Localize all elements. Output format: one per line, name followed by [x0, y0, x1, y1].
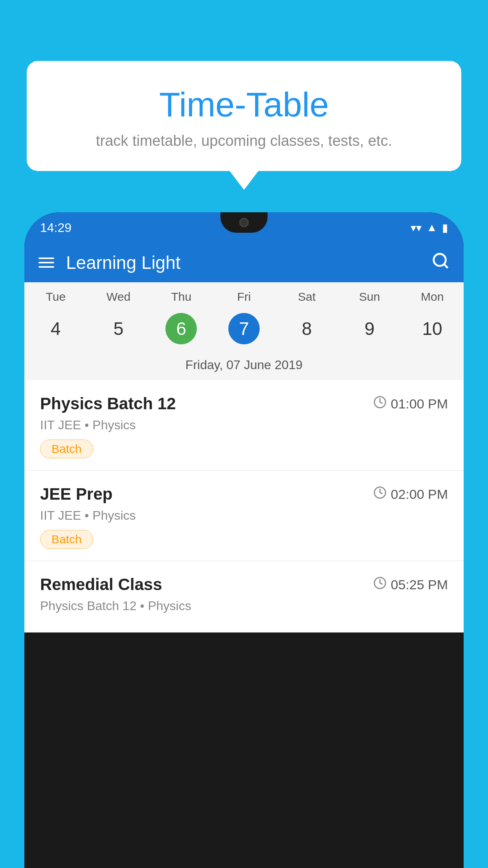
- schedule-item-1[interactable]: Physics Batch 12 01:00 PM IIT JEE • Phys…: [24, 380, 464, 471]
- app-title: Learning Light: [66, 252, 420, 273]
- date-7[interactable]: 7: [213, 310, 275, 348]
- schedule-item-3[interactable]: Remedial Class 05:25 PM Physics Batch 12…: [24, 561, 464, 633]
- day-mon: Mon: [401, 290, 464, 303]
- search-button[interactable]: [431, 252, 449, 274]
- wifi-icon: ▾▾: [411, 221, 422, 234]
- schedule-item-2-title: JEE Prep: [40, 485, 112, 504]
- clock-icon-1: [373, 395, 387, 412]
- day-sun: Sun: [338, 290, 401, 303]
- schedule-item-2-time: 02:00 PM: [373, 486, 448, 502]
- date-8[interactable]: 8: [275, 310, 338, 348]
- date-4[interactable]: 4: [24, 310, 87, 348]
- clock-icon-3: [373, 576, 387, 593]
- schedule-item-1-title: Physics Batch 12: [40, 394, 176, 413]
- day-wed: Wed: [87, 290, 150, 303]
- hamburger-menu-button[interactable]: [39, 257, 54, 268]
- schedule-item-2-badge: Batch: [40, 530, 93, 549]
- schedule-item-1-sub: IIT JEE • Physics: [40, 418, 448, 432]
- schedule-item-3-header: Remedial Class 05:25 PM: [40, 575, 448, 594]
- date-10[interactable]: 10: [401, 310, 464, 348]
- phone-frame: 14:29 ▾▾ ▲ ▮ Learning Light Tue Wed: [24, 212, 464, 868]
- day-thu: Thu: [150, 290, 213, 303]
- status-time: 14:29: [40, 221, 72, 235]
- speech-bubble: Time-Table track timetable, upcoming cla…: [27, 61, 461, 171]
- schedule-item-3-sub: Physics Batch 12 • Physics: [40, 599, 448, 613]
- schedule-list: Physics Batch 12 01:00 PM IIT JEE • Phys…: [24, 380, 464, 633]
- schedule-item-1-time-text: 01:00 PM: [391, 396, 448, 412]
- schedule-item-3-time-text: 05:25 PM: [391, 577, 448, 592]
- schedule-item-2-sub: IIT JEE • Physics: [40, 508, 448, 523]
- date-5[interactable]: 5: [87, 310, 150, 348]
- clock-icon-2: [373, 486, 387, 502]
- days-header: Tue Wed Thu Fri Sat Sun Mon: [24, 282, 464, 307]
- svg-line-1: [444, 264, 447, 267]
- camera: [239, 218, 249, 227]
- day-fri: Fri: [213, 290, 275, 303]
- battery-icon: ▮: [442, 221, 448, 234]
- status-bar: 14:29 ▾▾ ▲ ▮: [24, 212, 464, 243]
- bubble-title: Time-Table: [46, 85, 442, 125]
- date-9[interactable]: 9: [338, 310, 401, 348]
- signal-icon: ▲: [426, 221, 437, 234]
- schedule-item-3-time: 05:25 PM: [373, 576, 448, 593]
- notch: [220, 212, 268, 233]
- dates-row: 4 5 6 7 8 9 10: [24, 307, 464, 354]
- schedule-item-3-title: Remedial Class: [40, 575, 162, 594]
- app-header: Learning Light: [24, 243, 464, 282]
- schedule-item-1-header: Physics Batch 12 01:00 PM: [40, 394, 448, 413]
- day-tue: Tue: [24, 290, 87, 303]
- status-icons: ▾▾ ▲ ▮: [411, 221, 448, 234]
- schedule-item-2-header: JEE Prep 02:00 PM: [40, 485, 448, 504]
- selected-date-label: Friday, 07 June 2019: [24, 354, 464, 380]
- day-sat: Sat: [275, 290, 338, 303]
- date-6[interactable]: 6: [150, 310, 213, 348]
- schedule-item-1-time: 01:00 PM: [373, 395, 448, 412]
- schedule-item-2[interactable]: JEE Prep 02:00 PM IIT JEE • Physics Batc…: [24, 471, 464, 561]
- schedule-item-2-time-text: 02:00 PM: [391, 487, 448, 502]
- schedule-item-1-badge: Batch: [40, 440, 93, 458]
- bubble-subtitle: track timetable, upcoming classes, tests…: [46, 132, 442, 149]
- calendar-section: Tue Wed Thu Fri Sat Sun Mon 4 5 6 7 8 9 …: [24, 282, 464, 380]
